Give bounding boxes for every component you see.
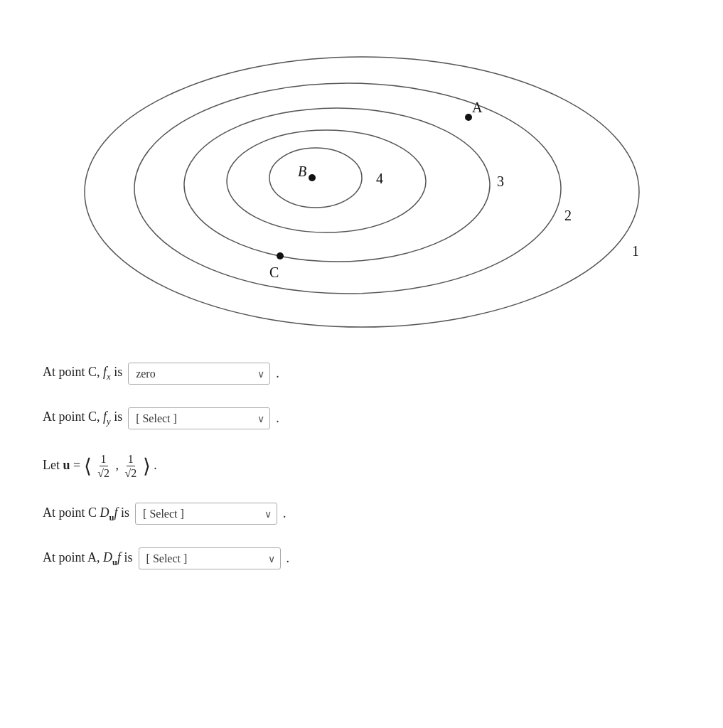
frac2-den: √2: [123, 466, 138, 480]
q2-dot: .: [276, 411, 279, 426]
q3-dot: .: [283, 506, 286, 521]
svg-text:C: C: [269, 264, 279, 280]
frac2-num: 1: [127, 452, 135, 466]
questions-section: At point C, fx is zero positive negative…: [28, 363, 695, 569]
right-angle: ⟩: [143, 455, 151, 477]
question-fy: At point C, fy is [ Select ] zero positi…: [43, 407, 695, 429]
svg-text:3: 3: [497, 173, 504, 189]
frac1-num: 1: [100, 452, 108, 466]
question-fx: At point C, fx is zero positive negative…: [43, 363, 695, 385]
q2-select[interactable]: [ Select ] zero positive negative: [128, 407, 270, 429]
svg-point-9: [277, 252, 284, 259]
svg-point-0: [85, 57, 639, 327]
frac1: 1 √2: [96, 452, 111, 480]
contour-map: B A C 4 3 2 1: [70, 36, 653, 334]
q3-select[interactable]: [ Select ] zero positive negative: [135, 503, 277, 525]
question-duf-a: At point A, Duf is [ Select ] zero posit…: [43, 547, 695, 569]
svg-text:A: A: [472, 100, 483, 115]
q2-select-wrapper[interactable]: [ Select ] zero positive negative: [128, 407, 270, 429]
q1-select[interactable]: zero positive negative: [128, 363, 270, 385]
svg-text:2: 2: [564, 208, 572, 223]
let-u-row: Let u = ⟨ 1 √2 , 1 √2 ⟩ .: [43, 452, 695, 480]
frac2: 1 √2: [123, 452, 138, 480]
q4-select-wrapper[interactable]: [ Select ] zero positive negative: [139, 547, 281, 569]
frac1-den: √2: [96, 466, 111, 480]
left-angle: ⟨: [84, 455, 92, 477]
q4-label-before: At point A, Duf is: [43, 550, 133, 568]
q3-select-wrapper[interactable]: [ Select ] zero positive negative: [135, 503, 277, 525]
q1-select-wrapper[interactable]: zero positive negative: [128, 363, 270, 385]
svg-point-3: [227, 130, 426, 232]
svg-text:4: 4: [376, 171, 383, 186]
q1-dot: .: [276, 366, 279, 381]
q2-label-before: At point C, fy is: [43, 410, 122, 427]
q4-dot: .: [286, 551, 290, 566]
svg-point-5: [309, 174, 316, 181]
q3-label-before: At point C Duf is: [43, 505, 129, 523]
let-u-label: Let u = ⟨ 1 √2 , 1 √2 ⟩ .: [43, 452, 157, 480]
svg-text:1: 1: [632, 243, 639, 259]
svg-point-7: [465, 114, 472, 121]
svg-point-2: [184, 108, 490, 262]
q4-select[interactable]: [ Select ] zero positive negative: [139, 547, 281, 569]
question-duf-c: At point C Duf is [ Select ] zero positi…: [43, 503, 695, 525]
q1-label-before: At point C, fx is: [43, 365, 122, 382]
svg-text:B: B: [298, 164, 306, 179]
